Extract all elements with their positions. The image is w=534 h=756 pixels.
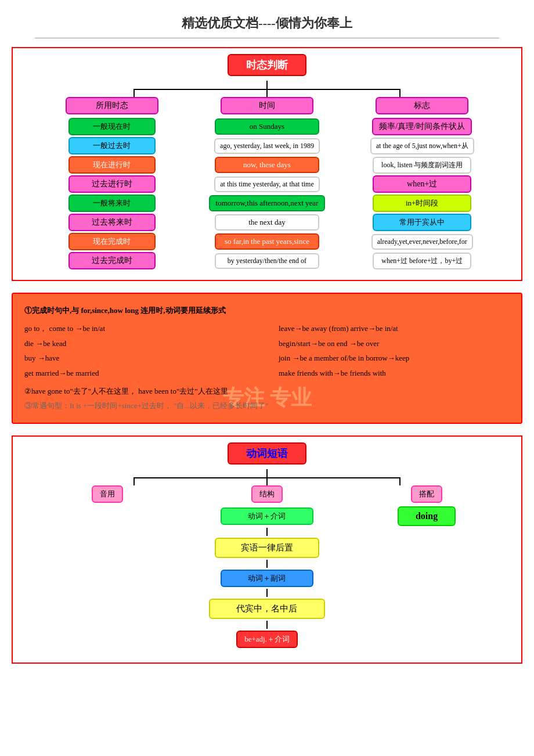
row1-col3: 频率/真理/时间条件状从 — [372, 118, 472, 135]
row6-col3: 常用于宾从中 — [373, 214, 471, 231]
row2-col3: at the age of 5,just now,when+从 — [370, 138, 474, 154]
dongci-root-node: 动词短语 — [228, 442, 306, 465]
section2-notes: ①完成时句中,与 for,since,how long 连用时,动词要用延续形式… — [12, 293, 522, 424]
row5-col2: tomorrow,this afternoon,next year — [209, 195, 326, 211]
pair3-left: buy →have — [24, 351, 255, 365]
row7-col3: already,yet,ever,never,before,for — [371, 234, 473, 250]
pair1-left: go to， come to →be in/at — [24, 322, 255, 335]
row4-col2: at this time yesterday, at that time — [214, 177, 320, 192]
row5-col3: in+时间段 — [373, 195, 471, 212]
node-verb-prep: 动词＋介词 — [221, 507, 313, 525]
note3-text: ③常遇句型：It is +一段时间+since+过去时， "自...以来，已经多… — [24, 399, 510, 412]
page-header: 精选优质文档----倾情为你奉上 — [12, 6, 522, 35]
dongci-col3-header: 搭配 — [411, 485, 442, 503]
dongci-col1-header: 音用 — [92, 485, 123, 503]
pair3-right: join →be a member of/be in borrow→keep — [279, 351, 510, 365]
row8-col3: when+过 before+过，by+过 — [373, 253, 471, 269]
section1-box: 时态判断 所用时态 时间 标志 一般现在时 on Sundays 频率/真理/时… — [12, 47, 522, 281]
row3-col2: now, these days — [215, 157, 319, 173]
row4-col3: when+过 — [373, 175, 471, 193]
node-be-adj: be+adj.＋介词 — [236, 631, 298, 648]
pair4-right: make friends with→be friends with — [279, 366, 510, 380]
col1-header: 所用时态 — [66, 97, 158, 114]
row2-col1: 一般过去时 — [68, 137, 156, 154]
row7-col1: 现在完成时 — [68, 233, 156, 250]
row3-col3: look, listen 与频度副词连用 — [373, 157, 471, 174]
node-verb-adv: 动词＋副词 — [221, 570, 313, 587]
tense-root-node: 时态判断 — [228, 54, 306, 76]
row5-col1: 一般将来时 — [68, 195, 156, 212]
row7-col2: so far,in the past years,since — [215, 233, 319, 250]
node-dai-bin: 代宾中，名中后 — [209, 599, 325, 619]
row3-col1: 现在进行时 — [68, 156, 156, 174]
col3-header: 标志 — [376, 97, 468, 114]
node-doing: doing — [398, 506, 456, 526]
row1-col2: on Sundays — [215, 118, 319, 135]
pair4-left: get married→be married — [24, 366, 255, 380]
pair1-right: leave→be away (from) arrive→be in/at — [279, 322, 510, 335]
note2-text: ②have gone to"去了"人不在这里， have been to"去过"… — [24, 384, 510, 398]
row2-col2: ago, yesterday, last week, in 1989 — [214, 138, 320, 154]
pair2-right: begin/start→be on end →be over — [279, 337, 510, 350]
section3-box: 动词短语 音用 结构 搭配 动词＋介词 doing — [12, 435, 522, 664]
col2-header: 时间 — [221, 97, 313, 114]
row4-col1: 过去进行时 — [68, 175, 156, 193]
header-divider — [35, 38, 499, 38]
row8-col1: 过去完成时 — [68, 252, 156, 269]
row6-col1: 过去将来时 — [68, 214, 156, 231]
row6-col2: the next day — [215, 214, 319, 231]
node-obj-postfix: 宾语一律后置 — [215, 538, 319, 558]
note1-text: ①完成时句中,与 for,since,how long 连用时,动词要用延续形式 — [24, 304, 510, 317]
row1-col1: 一般现在时 — [68, 118, 156, 135]
dongci-col2-header: 结构 — [251, 485, 283, 503]
pair2-left: die →be kead — [24, 337, 255, 350]
row8-col2: by yesterday/then/the end of — [215, 253, 319, 269]
